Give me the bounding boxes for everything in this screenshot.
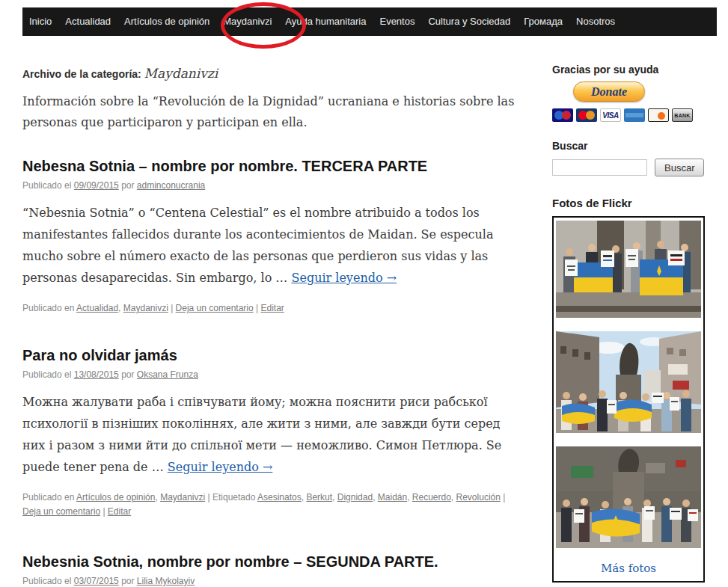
category-link[interactable]: Actualidad [76,303,118,313]
visa-card-icon: VISA [600,108,621,122]
comment-link[interactable]: Deja un comentario [176,303,254,313]
nav-item-actualidad[interactable]: Actualidad [58,7,117,36]
tag-link[interactable]: Maidán [378,492,407,503]
post-footer: Publicado en Artículos de opinión, Mayda… [22,491,518,519]
visa-card-label: VISA [602,111,618,120]
nav-item-inicio[interactable]: Inicio [22,7,58,36]
by-label: por [121,576,134,586]
page: InicioActualidadArtículos de opiniónMayd… [0,0,728,587]
post: Nebesna Sotnia – nombre por nombre. TERC… [22,158,518,316]
bank-card-icon: BANK [672,108,693,122]
search-input[interactable] [552,159,647,176]
discover-card-icon [648,108,669,122]
read-more-link[interactable]: Seguir leyendo → [168,460,273,474]
flickr-photo-3[interactable] [556,446,701,548]
post-author-link[interactable]: Lilia Mykolayiv [137,576,195,586]
post-excerpt: Можна жалувати раба і співчувати йому; м… [22,391,518,478]
nav-item-громада[interactable]: Громада [517,7,569,36]
post-author-link[interactable]: adminconucrania [137,180,205,191]
archive-description: Información sobre la “Revolución de la D… [22,91,518,133]
photo-2-illustration [556,331,701,433]
tag-link[interactable]: Revolución [456,492,501,503]
nav-item-art-culos-de-opini-n[interactable]: Artículos de opinión [117,7,216,36]
amex-card-icon [624,108,645,122]
by-label: por [121,369,134,380]
post: Para no olvidar jamás Publicado el 13/08… [22,347,518,519]
post-meta: Publicado el 13/08/2015 por Oksana Frunz… [22,369,518,380]
post-date-link[interactable]: 03/07/2015 [74,576,119,586]
category-link[interactable]: Artículos de opinión [76,492,155,503]
flickr-photo-1[interactable] [556,221,701,318]
archive-label: Archivo de la categoría: [22,68,141,80]
tag-link[interactable]: Asesinatos [257,492,302,503]
published-label: Publicado el [22,180,71,191]
sidebar: Gracias por su ayuda Donate VISABANK Bus… [552,64,706,587]
read-more-link[interactable]: Seguir leyendo → [291,271,397,285]
post-title-link[interactable]: Para no olvidar jamás [22,347,518,364]
main-content: Archivo de la categoría: Maydanivzi Info… [22,36,518,587]
search-button[interactable]: Buscar [655,159,704,176]
photo-3-illustration [556,446,701,548]
post-footer: Publicado en Actualidad, Maydanivzi | De… [22,301,518,316]
excerpt-text: “Nebesnia Sotnia” o “Centena Celestial” … [22,206,493,285]
tag-link[interactable]: Berkut [306,492,332,503]
category-link[interactable]: Maydanivzi [123,303,168,313]
archive-title: Archivo de la categoría: Maydanivzi [22,66,518,81]
published-label: Publicado el [22,369,71,380]
tag-link[interactable]: Dignidad [337,492,373,503]
edit-link[interactable]: Editar [260,303,284,313]
flickr-photo-2[interactable] [556,331,701,433]
post-author-link[interactable]: Oksana Frunza [137,369,198,380]
archive-term: Maydanivzi [144,66,218,81]
post-meta: Publicado el 03/07/2015 por Lilia Mykola… [22,576,518,586]
paypal-donate-button[interactable]: Donate [573,82,645,102]
search-heading: Buscar [552,140,706,152]
more-photos-link[interactable]: Más fotos [556,562,701,575]
flickr-heading: Fotos de Flickr [552,197,706,209]
post-title-link[interactable]: Nebesna Sotnia – nombre por nombre. TERC… [22,158,518,175]
bank-card-label: BANK [674,113,690,118]
nav-item-ayuda-humanitaria[interactable]: Ayuda humanitaria [278,7,373,36]
nav-item-maydanivzi[interactable]: Maydanivzi [216,7,278,36]
post-date-link[interactable]: 13/08/2015 [74,369,119,380]
post-meta: Publicado el 09/09/2015 por adminconucra… [22,180,518,191]
nav-item-eventos[interactable]: Eventos [373,7,421,36]
category-link[interactable]: Maydanivzi [160,492,205,503]
nav-bar: InicioActualidadArtículos de opiniónMayd… [22,7,717,36]
tag-link[interactable]: Recuerdo [412,492,451,503]
post-title-link[interactable]: Nebesnia Sotnia, nombre por nombre – SEG… [22,553,518,571]
post-excerpt: “Nebesnia Sotnia” o “Centena Celestial” … [22,202,518,289]
photo-1-illustration [556,221,701,318]
post-date-link[interactable]: 09/09/2015 [74,180,119,191]
nav-item-nosotros[interactable]: Nosotros [569,7,622,36]
payment-cards-row: VISABANK [552,108,706,122]
mastercard-card-icon [576,108,597,122]
published-label: Publicado el [22,576,71,586]
nav-item-cultura-y-sociedad[interactable]: Cultura y Sociedad [421,7,517,36]
search-form: Buscar [552,159,706,176]
donate-heading: Gracias por su ayuda [552,64,706,76]
by-label: por [121,180,134,191]
post: Nebesnia Sotnia, nombre por nombre – SEG… [22,553,518,587]
flickr-photo-box: Más fotos [552,216,705,583]
edit-link[interactable]: Editar [108,506,131,517]
comment-link[interactable]: Deja un comentario [22,506,100,517]
maestro-card-icon [552,108,573,122]
